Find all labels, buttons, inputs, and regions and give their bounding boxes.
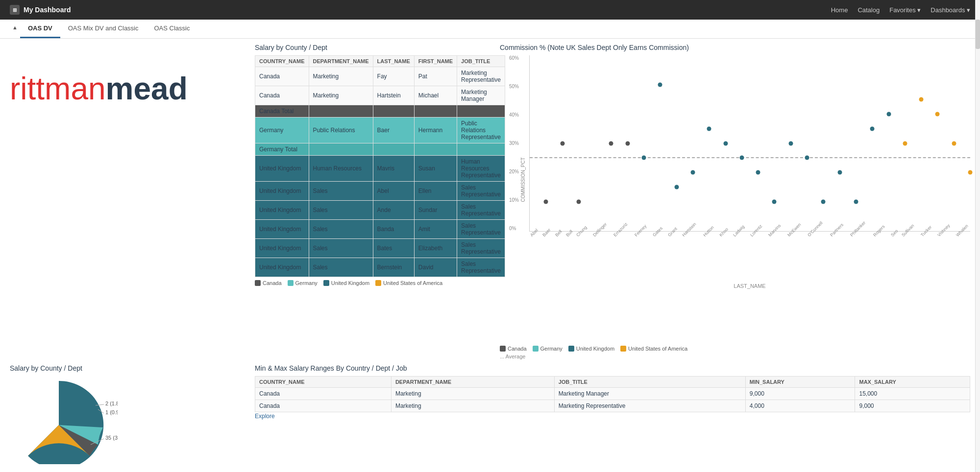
mm-col-dept: DEPARTMENT_NAME — [391, 377, 554, 388]
salary-table-title: Salary by County / Dept — [255, 44, 490, 51]
table-row: United KingdomSalesBatesElizabethSales R… — [255, 239, 505, 258]
table-row: Germany Total — [255, 143, 505, 156]
cell-dept — [309, 143, 373, 156]
cell-job: Public Relations Representative — [457, 118, 505, 143]
legend-label: Canada — [508, 346, 527, 352]
table-row: GermanyPublic RelationsBaerHermannPublic… — [255, 118, 505, 143]
nav-dashboards[interactable]: Dashboards ▾ — [931, 6, 970, 14]
cell-country: Canada — [255, 67, 309, 86]
scrollbar-thumb[interactable] — [976, 20, 980, 49]
cell-first: David — [414, 258, 457, 277]
cell-dept: Sales — [309, 258, 373, 277]
explore-link[interactable]: Explore — [255, 413, 275, 420]
y-tick: 10% — [509, 197, 519, 203]
salary-table-section: Salary by County / Dept COUNTRY_NAME DEP… — [255, 44, 490, 359]
nav-favorites[interactable]: Favorites ▾ — [889, 6, 921, 14]
mm-max: 15,000 — [855, 388, 970, 400]
cell-country: United Kingdom — [255, 239, 309, 258]
logo-section: rittmanmead — [10, 44, 245, 359]
cell-first: Susan — [414, 156, 457, 182]
scatter-dot — [952, 141, 956, 145]
table-row: Canada Total — [255, 105, 505, 118]
cell-last — [373, 105, 414, 118]
mm-col-country: COUNTRY_NAME — [255, 377, 392, 388]
scatter-dot — [772, 200, 777, 204]
legend-label: United Kingdom — [576, 346, 614, 352]
cell-first: Hermann — [414, 118, 457, 143]
cell-country: United Kingdom — [255, 220, 309, 239]
cell-last: Hartstein — [373, 86, 414, 105]
mm-col-max: MAX_SALARY — [855, 377, 970, 388]
legend-color — [620, 346, 626, 352]
x-axis-title: LAST_NAME — [529, 283, 970, 289]
cell-first — [414, 105, 457, 118]
legend-color — [533, 346, 539, 352]
pie-title: Salary by County / Dept — [10, 364, 245, 372]
mm-country: Canada — [255, 388, 392, 400]
tab-oas-mix[interactable]: OAS Mix DV and Classic — [60, 20, 147, 38]
cell-first — [414, 143, 457, 156]
pie-label-3: 35 (33.02%) — [105, 435, 118, 441]
cell-dept — [309, 105, 373, 118]
cell-last: Mavris — [373, 156, 414, 182]
salary-table: COUNTRY_NAME DEPARTMENT_NAME LAST_NAME F… — [255, 55, 505, 277]
mm-col-min: MIN_SALARY — [745, 377, 855, 388]
table-row: CanadaMarketingFayPatMarketing Represent… — [255, 67, 505, 86]
cell-dept: Sales — [309, 201, 373, 220]
cell-job — [457, 143, 505, 156]
commission-legend: CanadaGermanyUnited KingdomUnited States… — [500, 346, 970, 352]
x-axis-labels: AbelBaerBellBullChungDellingerErrazurizF… — [529, 234, 970, 263]
nav-links: Home Catalog Favorites ▾ Dashboards ▾ — [831, 6, 970, 14]
cell-first: Michael — [414, 86, 457, 105]
nav-home[interactable]: Home — [831, 6, 848, 14]
scatter-dot — [544, 200, 548, 204]
mm-min: 9,000 — [745, 388, 855, 400]
legend-label: Germany — [540, 346, 563, 352]
cell-first: Elizabeth — [414, 239, 457, 258]
table-row: United KingdomSalesAndeSundarSales Repre… — [255, 201, 505, 220]
legend-item: United States of America — [620, 346, 687, 352]
cell-first: Ellen — [414, 182, 457, 201]
nav-catalog[interactable]: Catalog — [858, 6, 880, 14]
cell-last: Fay — [373, 67, 414, 86]
table-row: United KingdomHuman ResourcesMavrisSusan… — [255, 156, 505, 182]
cell-last: Abel — [373, 182, 414, 201]
cell-country: Germany — [255, 118, 309, 143]
cell-dept: Marketing — [309, 67, 373, 86]
cell-dept: Marketing — [309, 86, 373, 105]
cell-job: Sales Representative — [457, 258, 505, 277]
main-content: rittmanmead Salary by County / Dept COUN… — [0, 39, 980, 364]
legend-label: Canada — [263, 280, 282, 286]
y-axis-label: COMMISSION_PCT — [520, 157, 526, 202]
pie-chart: 2 (1.89%) 1 (0.94%) 35 (33.02%) — [10, 376, 118, 464]
cell-last: Banda — [373, 220, 414, 239]
cell-last: Ande — [373, 201, 414, 220]
mm-min: 4,000 — [745, 400, 855, 412]
legend-label: United Kingdom — [331, 280, 369, 286]
legend-item: Canada — [255, 280, 282, 286]
cell-country: United Kingdom — [255, 201, 309, 220]
cell-country: United Kingdom — [255, 258, 309, 277]
col-country: COUNTRY_NAME — [255, 56, 309, 67]
mm-job: Marketing Manager — [554, 388, 745, 400]
scatter-dot — [756, 170, 760, 175]
scatter-dot — [805, 156, 809, 160]
cell-dept: Sales — [309, 239, 373, 258]
brand-name: My Dashboard — [24, 6, 71, 14]
legend-item: United Kingdom — [568, 346, 614, 352]
col-dept: DEPARTMENT_NAME — [309, 56, 373, 67]
legend-color — [568, 346, 574, 352]
legend-label: United States of America — [628, 346, 687, 352]
tab-oas-classic[interactable]: OAS Classic — [147, 20, 198, 38]
legend-item: Germany — [533, 346, 563, 352]
mm-country: Canada — [255, 400, 392, 412]
scrollbar[interactable] — [975, 0, 980, 472]
scatter-dot — [625, 141, 630, 145]
table-row: Canada Marketing Marketing Representativ… — [255, 400, 970, 412]
pie-label-2: 1 (0.94%) — [105, 409, 118, 415]
tab-oas-dv[interactable]: OAS DV — [20, 20, 60, 38]
y-tick: 50% — [509, 84, 519, 89]
y-tick: 60% — [509, 55, 519, 61]
min-max-title: Min & Max Salary Ranges By Country / Dep… — [255, 364, 970, 372]
average-line — [530, 157, 970, 158]
